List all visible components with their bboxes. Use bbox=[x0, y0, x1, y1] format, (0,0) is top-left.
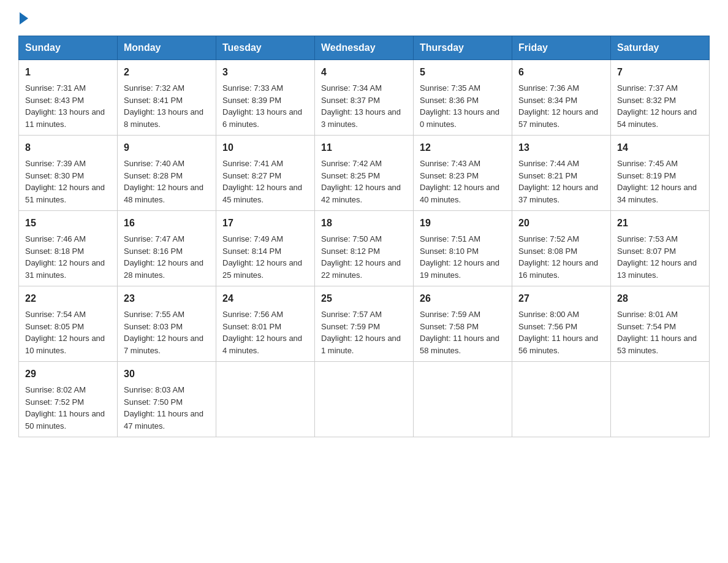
day-info: Sunrise: 7:39 AMSunset: 8:30 PMDaylight:… bbox=[25, 159, 105, 204]
day-number: 16 bbox=[124, 216, 210, 231]
day-number: 17 bbox=[222, 216, 308, 231]
column-header-wednesday: Wednesday bbox=[315, 36, 414, 60]
calendar-cell: 26Sunrise: 7:59 AMSunset: 7:58 PMDayligh… bbox=[414, 286, 512, 362]
day-number: 19 bbox=[420, 216, 506, 231]
day-number: 1 bbox=[25, 65, 111, 80]
calendar-cell: 14Sunrise: 7:45 AMSunset: 8:19 PMDayligh… bbox=[611, 136, 710, 211]
day-number: 28 bbox=[617, 291, 703, 306]
logo-arrow-icon bbox=[20, 12, 28, 25]
day-number: 15 bbox=[25, 216, 111, 231]
day-number: 18 bbox=[321, 216, 407, 231]
calendar-cell: 4Sunrise: 7:34 AMSunset: 8:37 PMDaylight… bbox=[315, 60, 414, 136]
day-info: Sunrise: 7:44 AMSunset: 8:21 PMDaylight:… bbox=[518, 159, 598, 204]
calendar-cell: 18Sunrise: 7:50 AMSunset: 8:12 PMDayligh… bbox=[315, 211, 414, 286]
calendar-week-row: 29Sunrise: 8:02 AMSunset: 7:52 PMDayligh… bbox=[19, 362, 710, 437]
calendar-cell bbox=[414, 362, 512, 437]
calendar-cell: 15Sunrise: 7:46 AMSunset: 8:18 PMDayligh… bbox=[19, 211, 118, 286]
day-number: 8 bbox=[25, 140, 111, 155]
day-info: Sunrise: 7:40 AMSunset: 8:28 PMDaylight:… bbox=[124, 159, 203, 204]
day-info: Sunrise: 7:50 AMSunset: 8:12 PMDaylight:… bbox=[321, 234, 401, 280]
calendar-cell: 30Sunrise: 8:03 AMSunset: 7:50 PMDayligh… bbox=[118, 362, 216, 437]
day-number: 11 bbox=[321, 140, 407, 155]
calendar-cell: 22Sunrise: 7:54 AMSunset: 8:05 PMDayligh… bbox=[19, 286, 118, 362]
column-header-thursday: Thursday bbox=[414, 36, 512, 60]
day-info: Sunrise: 7:56 AMSunset: 8:01 PMDaylight:… bbox=[222, 310, 302, 355]
day-number: 29 bbox=[25, 367, 111, 381]
day-info: Sunrise: 8:00 AMSunset: 7:56 PMDaylight:… bbox=[518, 310, 598, 355]
day-number: 23 bbox=[124, 291, 210, 306]
day-number: 25 bbox=[321, 291, 407, 306]
calendar-header-row: SundayMondayTuesdayWednesdayThursdayFrid… bbox=[19, 36, 710, 60]
day-info: Sunrise: 7:49 AMSunset: 8:14 PMDaylight:… bbox=[222, 234, 302, 280]
day-number: 20 bbox=[518, 216, 604, 231]
calendar-cell: 10Sunrise: 7:41 AMSunset: 8:27 PMDayligh… bbox=[216, 136, 315, 211]
day-info: Sunrise: 7:41 AMSunset: 8:27 PMDaylight:… bbox=[222, 159, 302, 204]
calendar-cell: 11Sunrise: 7:42 AMSunset: 8:25 PMDayligh… bbox=[315, 136, 414, 211]
column-header-tuesday: Tuesday bbox=[216, 36, 315, 60]
day-number: 22 bbox=[25, 291, 111, 306]
column-header-saturday: Saturday bbox=[611, 36, 710, 60]
calendar-table: SundayMondayTuesdayWednesdayThursdayFrid… bbox=[18, 36, 710, 437]
day-info: Sunrise: 7:42 AMSunset: 8:25 PMDaylight:… bbox=[321, 159, 401, 204]
calendar-cell: 8Sunrise: 7:39 AMSunset: 8:30 PMDaylight… bbox=[19, 136, 118, 211]
day-info: Sunrise: 7:45 AMSunset: 8:19 PMDaylight:… bbox=[617, 159, 697, 204]
calendar-cell: 13Sunrise: 7:44 AMSunset: 8:21 PMDayligh… bbox=[512, 136, 611, 211]
day-info: Sunrise: 7:31 AMSunset: 8:43 PMDaylight:… bbox=[25, 83, 105, 129]
calendar-cell bbox=[611, 362, 710, 437]
calendar-cell: 16Sunrise: 7:47 AMSunset: 8:16 PMDayligh… bbox=[118, 211, 216, 286]
calendar-cell: 1Sunrise: 7:31 AMSunset: 8:43 PMDaylight… bbox=[19, 60, 118, 136]
day-info: Sunrise: 7:57 AMSunset: 7:59 PMDaylight:… bbox=[321, 310, 401, 355]
day-info: Sunrise: 8:03 AMSunset: 7:50 PMDaylight:… bbox=[124, 385, 203, 431]
day-number: 12 bbox=[420, 140, 506, 155]
day-info: Sunrise: 8:01 AMSunset: 7:54 PMDaylight:… bbox=[617, 310, 697, 355]
day-number: 5 bbox=[420, 65, 506, 80]
day-number: 10 bbox=[222, 140, 308, 155]
day-number: 2 bbox=[124, 65, 210, 80]
calendar-cell: 9Sunrise: 7:40 AMSunset: 8:28 PMDaylight… bbox=[118, 136, 216, 211]
day-info: Sunrise: 7:37 AMSunset: 8:32 PMDaylight:… bbox=[617, 83, 697, 129]
page-header bbox=[18, 12, 710, 25]
calendar-cell bbox=[216, 362, 315, 437]
calendar-cell: 3Sunrise: 7:33 AMSunset: 8:39 PMDaylight… bbox=[216, 60, 315, 136]
calendar-cell bbox=[512, 362, 611, 437]
calendar-week-row: 22Sunrise: 7:54 AMSunset: 8:05 PMDayligh… bbox=[19, 286, 710, 362]
calendar-cell: 29Sunrise: 8:02 AMSunset: 7:52 PMDayligh… bbox=[19, 362, 118, 437]
calendar-week-row: 1Sunrise: 7:31 AMSunset: 8:43 PMDaylight… bbox=[19, 60, 710, 136]
day-info: Sunrise: 7:51 AMSunset: 8:10 PMDaylight:… bbox=[420, 234, 499, 280]
column-header-friday: Friday bbox=[512, 36, 611, 60]
logo bbox=[18, 12, 29, 25]
day-info: Sunrise: 7:53 AMSunset: 8:07 PMDaylight:… bbox=[617, 234, 697, 280]
day-info: Sunrise: 8:02 AMSunset: 7:52 PMDaylight:… bbox=[25, 385, 105, 431]
calendar-cell: 20Sunrise: 7:52 AMSunset: 8:08 PMDayligh… bbox=[512, 211, 611, 286]
calendar-week-row: 15Sunrise: 7:46 AMSunset: 8:18 PMDayligh… bbox=[19, 211, 710, 286]
calendar-cell: 12Sunrise: 7:43 AMSunset: 8:23 PMDayligh… bbox=[414, 136, 512, 211]
day-info: Sunrise: 7:46 AMSunset: 8:18 PMDaylight:… bbox=[25, 234, 105, 280]
calendar-cell bbox=[315, 362, 414, 437]
day-number: 14 bbox=[617, 140, 703, 155]
day-info: Sunrise: 7:52 AMSunset: 8:08 PMDaylight:… bbox=[518, 234, 598, 280]
day-number: 26 bbox=[420, 291, 506, 306]
day-info: Sunrise: 7:36 AMSunset: 8:34 PMDaylight:… bbox=[518, 83, 598, 129]
day-number: 13 bbox=[518, 140, 604, 155]
day-info: Sunrise: 7:54 AMSunset: 8:05 PMDaylight:… bbox=[25, 310, 105, 355]
calendar-cell: 24Sunrise: 7:56 AMSunset: 8:01 PMDayligh… bbox=[216, 286, 315, 362]
day-number: 3 bbox=[222, 65, 308, 80]
day-info: Sunrise: 7:43 AMSunset: 8:23 PMDaylight:… bbox=[420, 159, 499, 204]
day-info: Sunrise: 7:59 AMSunset: 7:58 PMDaylight:… bbox=[420, 310, 499, 355]
calendar-cell: 7Sunrise: 7:37 AMSunset: 8:32 PMDaylight… bbox=[611, 60, 710, 136]
day-number: 24 bbox=[222, 291, 308, 306]
day-number: 7 bbox=[617, 65, 703, 80]
day-info: Sunrise: 7:33 AMSunset: 8:39 PMDaylight:… bbox=[222, 83, 302, 129]
calendar-cell: 19Sunrise: 7:51 AMSunset: 8:10 PMDayligh… bbox=[414, 211, 512, 286]
calendar-cell: 23Sunrise: 7:55 AMSunset: 8:03 PMDayligh… bbox=[118, 286, 216, 362]
calendar-cell: 6Sunrise: 7:36 AMSunset: 8:34 PMDaylight… bbox=[512, 60, 611, 136]
day-number: 9 bbox=[124, 140, 210, 155]
calendar-body: 1Sunrise: 7:31 AMSunset: 8:43 PMDaylight… bbox=[19, 60, 710, 437]
calendar-cell: 27Sunrise: 8:00 AMSunset: 7:56 PMDayligh… bbox=[512, 286, 611, 362]
day-info: Sunrise: 7:32 AMSunset: 8:41 PMDaylight:… bbox=[124, 83, 203, 129]
day-info: Sunrise: 7:34 AMSunset: 8:37 PMDaylight:… bbox=[321, 83, 401, 129]
calendar-cell: 28Sunrise: 8:01 AMSunset: 7:54 PMDayligh… bbox=[611, 286, 710, 362]
day-number: 6 bbox=[518, 65, 604, 80]
calendar-cell: 2Sunrise: 7:32 AMSunset: 8:41 PMDaylight… bbox=[118, 60, 216, 136]
day-info: Sunrise: 7:55 AMSunset: 8:03 PMDaylight:… bbox=[124, 310, 203, 355]
